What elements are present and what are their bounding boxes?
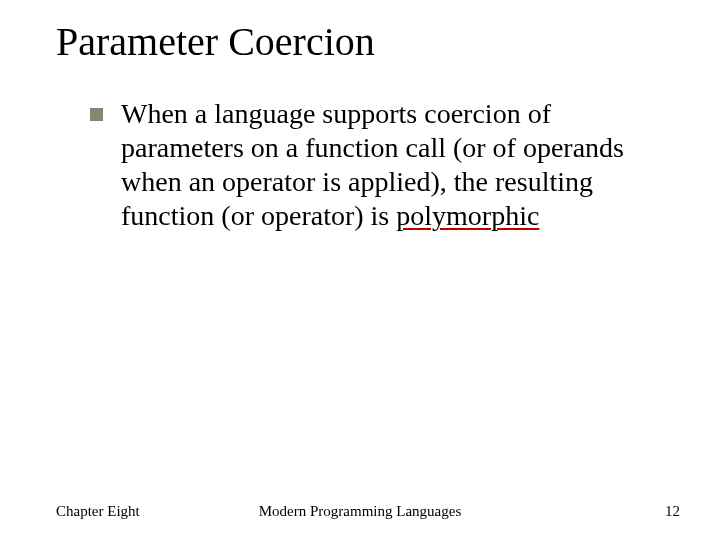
slide-title: Parameter Coercion bbox=[0, 0, 720, 65]
footer-chapter: Chapter Eight bbox=[56, 503, 140, 520]
bullet-text-main: When a language supports coercion of par… bbox=[121, 98, 624, 231]
footer-book-title: Modern Programming Languages bbox=[259, 503, 461, 520]
content-area: When a language supports coercion of par… bbox=[0, 65, 720, 234]
square-bullet-icon bbox=[90, 108, 103, 121]
bullet-text: When a language supports coercion of par… bbox=[121, 97, 660, 234]
slide-footer: Chapter Eight Modern Programming Languag… bbox=[0, 503, 720, 520]
bullet-item: When a language supports coercion of par… bbox=[90, 97, 660, 234]
footer-page-number: 12 bbox=[665, 503, 680, 520]
bullet-text-emphasis: polymorphic bbox=[396, 200, 539, 231]
